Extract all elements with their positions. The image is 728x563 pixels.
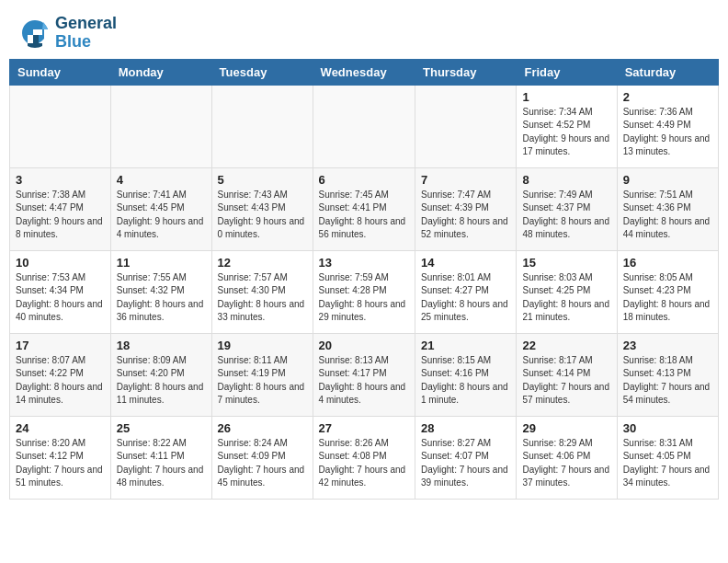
day-info: Sunrise: 8:11 AM Sunset: 4:19 PM Dayligh…	[218, 354, 307, 408]
day-info: Sunrise: 8:24 AM Sunset: 4:09 PM Dayligh…	[218, 437, 307, 490]
day-info: Sunrise: 8:18 AM Sunset: 4:13 PM Dayligh…	[623, 354, 712, 408]
day-number: 29	[522, 421, 610, 435]
day-number: 21	[421, 339, 510, 352]
week-row-2: 3Sunrise: 7:38 AM Sunset: 4:47 PM Daylig…	[10, 167, 719, 250]
day-info: Sunrise: 7:41 AM Sunset: 4:45 PM Dayligh…	[117, 189, 206, 242]
logo-line1: General	[55, 15, 117, 33]
day-number: 4	[117, 173, 206, 187]
calendar-wrapper: SundayMondayTuesdayWednesdayThursdayFrid…	[0, 59, 728, 509]
calendar-cell: 9Sunrise: 7:51 AM Sunset: 4:36 PM Daylig…	[617, 167, 718, 250]
day-info: Sunrise: 7:49 AM Sunset: 4:37 PM Dayligh…	[522, 189, 610, 242]
calendar-cell: 1Sunrise: 7:34 AM Sunset: 4:52 PM Daylig…	[517, 85, 617, 167]
day-number: 11	[117, 256, 206, 270]
calendar-cell: 19Sunrise: 8:11 AM Sunset: 4:19 PM Dayli…	[211, 333, 313, 416]
day-number: 10	[16, 256, 105, 270]
day-info: Sunrise: 8:27 AM Sunset: 4:07 PM Dayligh…	[421, 437, 510, 490]
day-info: Sunrise: 8:05 AM Sunset: 4:23 PM Dayligh…	[623, 271, 712, 325]
day-number: 24	[16, 421, 105, 435]
day-number: 15	[522, 256, 610, 270]
day-number: 1	[522, 90, 610, 104]
day-number: 30	[623, 421, 712, 435]
calendar-cell: 27Sunrise: 8:26 AM Sunset: 4:08 PM Dayli…	[313, 416, 415, 499]
calendar-cell: 16Sunrise: 8:05 AM Sunset: 4:23 PM Dayli…	[617, 250, 718, 333]
day-number: 14	[421, 256, 510, 270]
calendar-cell	[10, 85, 111, 167]
calendar-body: 1Sunrise: 7:34 AM Sunset: 4:52 PM Daylig…	[10, 85, 719, 499]
calendar-cell: 8Sunrise: 7:49 AM Sunset: 4:37 PM Daylig…	[517, 167, 617, 250]
calendar-cell: 22Sunrise: 8:17 AM Sunset: 4:14 PM Dayli…	[517, 333, 617, 416]
day-info: Sunrise: 7:47 AM Sunset: 4:39 PM Dayligh…	[421, 189, 510, 242]
day-info: Sunrise: 8:13 AM Sunset: 4:17 PM Dayligh…	[319, 354, 409, 408]
calendar-cell	[415, 85, 517, 167]
logo-icon	[18, 17, 51, 50]
day-info: Sunrise: 7:38 AM Sunset: 4:47 PM Dayligh…	[16, 189, 105, 242]
calendar-cell: 30Sunrise: 8:31 AM Sunset: 4:05 PM Dayli…	[617, 416, 718, 499]
calendar-table: SundayMondayTuesdayWednesdayThursdayFrid…	[9, 59, 719, 500]
calendar-cell: 12Sunrise: 7:57 AM Sunset: 4:30 PM Dayli…	[211, 250, 313, 333]
calendar-cell: 5Sunrise: 7:43 AM Sunset: 4:43 PM Daylig…	[211, 167, 313, 250]
day-info: Sunrise: 7:51 AM Sunset: 4:36 PM Dayligh…	[623, 189, 712, 242]
day-number: 9	[623, 173, 712, 187]
day-number: 6	[319, 173, 409, 187]
day-info: Sunrise: 8:29 AM Sunset: 4:06 PM Dayligh…	[522, 437, 610, 490]
day-number: 19	[218, 339, 307, 352]
calendar-cell: 18Sunrise: 8:09 AM Sunset: 4:20 PM Dayli…	[110, 333, 211, 416]
calendar-cell: 23Sunrise: 8:18 AM Sunset: 4:13 PM Dayli…	[617, 333, 718, 416]
day-info: Sunrise: 8:22 AM Sunset: 4:11 PM Dayligh…	[117, 437, 206, 490]
day-number: 20	[319, 339, 409, 352]
calendar-cell: 3Sunrise: 7:38 AM Sunset: 4:47 PM Daylig…	[10, 167, 111, 250]
day-header-thursday: Thursday	[415, 59, 517, 85]
calendar-cell: 10Sunrise: 7:53 AM Sunset: 4:34 PM Dayli…	[10, 250, 111, 333]
calendar-cell: 21Sunrise: 8:15 AM Sunset: 4:16 PM Dayli…	[415, 333, 517, 416]
day-info: Sunrise: 7:34 AM Sunset: 4:52 PM Dayligh…	[522, 106, 610, 159]
day-info: Sunrise: 7:43 AM Sunset: 4:43 PM Dayligh…	[218, 189, 307, 242]
calendar-cell: 20Sunrise: 8:13 AM Sunset: 4:17 PM Dayli…	[313, 333, 415, 416]
day-number: 18	[117, 339, 206, 352]
calendar-cell: 11Sunrise: 7:55 AM Sunset: 4:32 PM Dayli…	[110, 250, 211, 333]
day-number: 27	[319, 421, 409, 435]
day-header-saturday: Saturday	[617, 59, 718, 85]
day-info: Sunrise: 8:17 AM Sunset: 4:14 PM Dayligh…	[522, 354, 610, 408]
calendar-cell	[211, 85, 313, 167]
calendar-cell: 6Sunrise: 7:45 AM Sunset: 4:41 PM Daylig…	[313, 167, 415, 250]
day-number: 17	[16, 339, 105, 352]
day-number: 5	[218, 173, 307, 187]
day-header-wednesday: Wednesday	[313, 59, 415, 85]
day-header-monday: Monday	[110, 59, 211, 85]
day-number: 8	[522, 173, 610, 187]
week-row-1: 1Sunrise: 7:34 AM Sunset: 4:52 PM Daylig…	[10, 85, 719, 167]
day-info: Sunrise: 8:03 AM Sunset: 4:25 PM Dayligh…	[522, 271, 610, 325]
day-number: 22	[522, 339, 610, 352]
calendar-cell: 13Sunrise: 7:59 AM Sunset: 4:28 PM Dayli…	[313, 250, 415, 333]
calendar-cell: 2Sunrise: 7:36 AM Sunset: 4:49 PM Daylig…	[617, 85, 718, 167]
day-info: Sunrise: 7:53 AM Sunset: 4:34 PM Dayligh…	[16, 271, 105, 325]
day-header-friday: Friday	[517, 59, 617, 85]
logo-text: General Blue	[55, 15, 117, 52]
page-header: General Blue	[0, 0, 728, 59]
calendar-cell: 25Sunrise: 8:22 AM Sunset: 4:11 PM Dayli…	[110, 416, 211, 499]
day-info: Sunrise: 8:20 AM Sunset: 4:12 PM Dayligh…	[16, 437, 105, 490]
day-info: Sunrise: 7:36 AM Sunset: 4:49 PM Dayligh…	[623, 106, 712, 159]
logo-line2: Blue	[55, 33, 117, 52]
calendar-cell: 29Sunrise: 8:29 AM Sunset: 4:06 PM Dayli…	[517, 416, 617, 499]
day-info: Sunrise: 8:26 AM Sunset: 4:08 PM Dayligh…	[319, 437, 409, 490]
week-row-4: 17Sunrise: 8:07 AM Sunset: 4:22 PM Dayli…	[10, 333, 719, 416]
calendar-cell: 15Sunrise: 8:03 AM Sunset: 4:25 PM Dayli…	[517, 250, 617, 333]
day-number: 3	[16, 173, 105, 187]
day-number: 12	[218, 256, 307, 270]
calendar-cell: 26Sunrise: 8:24 AM Sunset: 4:09 PM Dayli…	[211, 416, 313, 499]
calendar-cell: 17Sunrise: 8:07 AM Sunset: 4:22 PM Dayli…	[10, 333, 111, 416]
day-number: 28	[421, 421, 510, 435]
day-info: Sunrise: 7:59 AM Sunset: 4:28 PM Dayligh…	[319, 271, 409, 325]
day-info: Sunrise: 7:57 AM Sunset: 4:30 PM Dayligh…	[218, 271, 307, 325]
day-info: Sunrise: 8:09 AM Sunset: 4:20 PM Dayligh…	[117, 354, 206, 408]
calendar-cell: 28Sunrise: 8:27 AM Sunset: 4:07 PM Dayli…	[415, 416, 517, 499]
calendar-header-row: SundayMondayTuesdayWednesdayThursdayFrid…	[10, 59, 719, 85]
day-number: 23	[623, 339, 712, 352]
day-number: 13	[319, 256, 409, 270]
week-row-3: 10Sunrise: 7:53 AM Sunset: 4:34 PM Dayli…	[10, 250, 719, 333]
day-info: Sunrise: 8:01 AM Sunset: 4:27 PM Dayligh…	[421, 271, 510, 325]
day-number: 26	[218, 421, 307, 435]
day-number: 25	[117, 421, 206, 435]
calendar-cell: 4Sunrise: 7:41 AM Sunset: 4:45 PM Daylig…	[110, 167, 211, 250]
